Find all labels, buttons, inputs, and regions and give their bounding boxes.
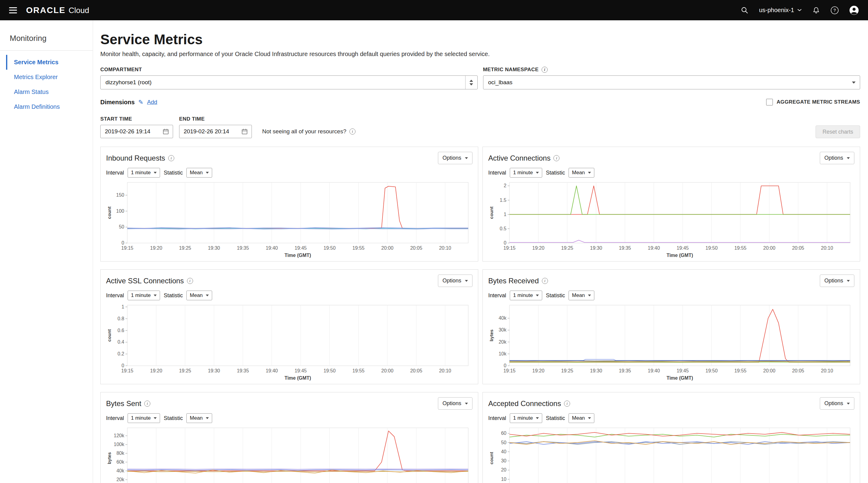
chart-options-button[interactable]: Options [438,275,472,287]
chart-title: Accepted Connections [488,399,561,408]
svg-text:20:10: 20:10 [821,246,833,251]
spinner-icon[interactable] [465,76,477,89]
add-dimension-link[interactable]: Add [147,99,157,105]
edit-pencil-icon[interactable]: ✎ [138,98,143,106]
chevron-down-icon [154,172,157,173]
options-label: Options [824,400,843,407]
calendar-icon[interactable] [162,128,169,135]
interval-label: Interval [106,415,124,421]
svg-text:19:50: 19:50 [706,246,718,251]
info-icon[interactable]: i [349,128,355,134]
region-label: us-phoenix-1 [759,7,794,13]
info-icon[interactable]: i [168,155,174,161]
interval-label: Interval [488,415,506,421]
interval-select[interactable]: 1 minute [128,291,160,300]
chart-plot: 19:1519:2019:2519:3019:3519:4019:4519:50… [106,302,472,382]
statistic-select[interactable]: Mean [568,413,594,423]
chevron-down-icon [536,172,539,173]
interval-select[interactable]: 1 minute [510,291,542,300]
page-subtitle: Monitor health, capacity, and performanc… [100,51,860,58]
svg-text:19:35: 19:35 [619,246,631,251]
svg-text:100: 100 [116,208,124,214]
chart-title: Inbound Requests [106,154,165,162]
svg-text:19:55: 19:55 [352,368,365,373]
statistic-select[interactable]: Mean [568,291,594,300]
interval-select[interactable]: 1 minute [510,168,542,178]
info-icon[interactable]: i [553,155,559,161]
info-icon[interactable]: i [187,278,193,284]
notifications-bell-icon[interactable] [812,6,820,14]
start-time-input[interactable]: 2019-02-26 19:14 [100,125,173,138]
options-label: Options [442,155,461,161]
svg-text:0.6: 0.6 [118,328,124,333]
interval-value: 1 minute [513,415,533,421]
sidebar-item-service-metrics[interactable]: Service Metrics [6,55,93,70]
calendar-icon[interactable] [241,128,248,135]
chart-options-button[interactable]: Options [438,152,472,164]
chevron-down-icon [154,294,157,296]
svg-text:19:30: 19:30 [208,368,220,373]
charts-grid: Inbound Requests i Options Interval 1 mi… [100,147,860,483]
menu-icon[interactable] [9,7,17,13]
info-icon[interactable]: i [144,400,150,407]
chevron-down-icon [852,82,856,84]
svg-text:80k: 80k [116,451,125,456]
svg-text:Time (GMT): Time (GMT) [666,376,693,381]
chart-title: Bytes Received [488,277,539,285]
sidebar-item-alarm-definitions[interactable]: Alarm Definitions [6,99,93,114]
svg-text:19:15: 19:15 [503,368,516,373]
main-content: Service Metrics Monitor health, capacity… [93,20,868,483]
chart-card-active-connections: Active Connections i Options Interval 1 … [483,147,860,261]
chevron-down-icon [536,294,539,296]
chevron-down-icon [154,417,157,419]
svg-text:20:05: 20:05 [410,246,422,251]
svg-text:bytes: bytes [489,329,494,341]
chart-options-button[interactable]: Options [820,152,855,164]
chevron-down-icon [206,172,209,173]
chevron-down-icon [588,172,591,173]
info-icon[interactable]: i [564,400,570,407]
svg-text:19:45: 19:45 [677,246,689,251]
chart-title: Active Connections [488,154,550,162]
statistic-value: Mean [190,292,203,298]
chart-options-button[interactable]: Options [820,275,855,287]
interval-select[interactable]: 1 minute [510,413,542,423]
aggregate-checkbox[interactable] [766,99,773,105]
reset-charts-button[interactable]: Reset charts [815,125,860,138]
topbar: ORACLE Cloud us-phoenix-1 ? [0,0,868,20]
sidebar-item-alarm-status[interactable]: Alarm Status [6,85,93,99]
compartment-select[interactable]: dizzyhorse1 (root) [100,75,478,89]
divider [0,50,93,51]
chart-options-button[interactable]: Options [820,397,855,410]
search-icon[interactable] [741,6,749,14]
interval-select[interactable]: 1 minute [128,168,160,178]
statistic-select[interactable]: Mean [568,168,594,178]
end-time-input[interactable]: 2019-02-26 20:14 [179,125,252,138]
info-icon[interactable]: i [541,67,548,73]
chart-options-button[interactable]: Options [438,397,472,410]
options-label: Options [824,155,843,161]
svg-text:20:00: 20:00 [381,246,393,251]
statistic-select[interactable]: Mean [186,291,212,300]
svg-text:20:10: 20:10 [821,368,833,373]
chart-card-active-ssl-connections: Active SSL Connections i Options Interva… [100,269,478,384]
svg-text:1: 1 [122,304,124,310]
statistic-select[interactable]: Mean [186,168,212,178]
svg-text:19:55: 19:55 [734,368,746,373]
svg-text:19:20: 19:20 [532,246,544,251]
user-avatar[interactable] [849,5,859,15]
chevron-down-icon [588,417,591,419]
sidebar-item-metrics-explorer[interactable]: Metrics Explorer [6,70,93,85]
svg-text:0: 0 [504,240,506,246]
interval-select[interactable]: 1 minute [128,413,160,423]
chevron-down-icon [847,280,850,282]
metric-namespace-select[interactable]: oci_lbaas [483,75,861,89]
help-icon[interactable]: ? [830,6,839,14]
info-icon[interactable]: i [542,278,548,284]
svg-text:40k: 40k [116,468,125,473]
svg-text:0: 0 [122,240,124,246]
region-selector[interactable]: us-phoenix-1 [759,7,802,13]
svg-text:19:45: 19:45 [294,368,307,373]
oracle-cloud-logo: ORACLE Cloud [26,5,89,15]
statistic-select[interactable]: Mean [186,413,212,423]
